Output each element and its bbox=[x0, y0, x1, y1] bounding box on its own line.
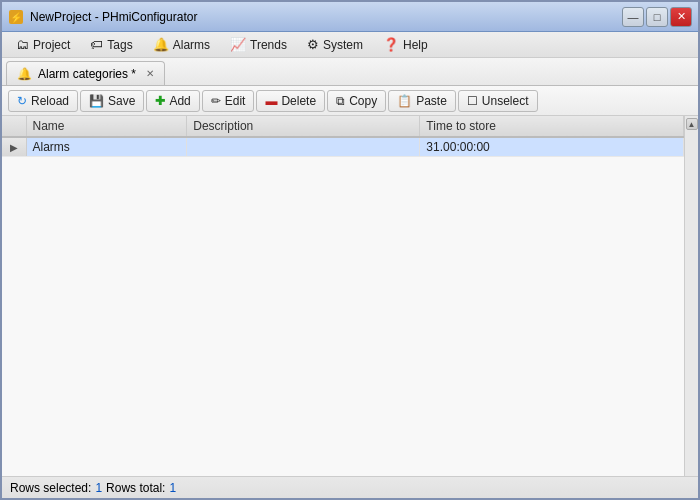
copy-icon: ⧉ bbox=[336, 94, 345, 108]
tab-bar: 🔔 Alarm categories * ✕ bbox=[2, 58, 698, 86]
minimize-button[interactable]: — bbox=[622, 7, 644, 27]
main-window: ⚡ NewProject - PHmiConfigurator — □ ✕ 🗂 … bbox=[0, 0, 700, 500]
tab-close-button[interactable]: ✕ bbox=[146, 68, 154, 79]
scrollbar[interactable]: ▲ bbox=[684, 116, 698, 476]
delete-label: Delete bbox=[281, 94, 316, 108]
menu-item-help[interactable]: ❓ Help bbox=[373, 34, 438, 55]
title-bar-left: ⚡ NewProject - PHmiConfigurator bbox=[8, 9, 197, 25]
menu-item-trends[interactable]: 📈 Trends bbox=[220, 34, 297, 55]
menu-alarms-label: Alarms bbox=[173, 38, 210, 52]
edit-label: Edit bbox=[225, 94, 246, 108]
rows-total-value: 1 bbox=[169, 481, 176, 495]
alarm-categories-table: Name Description Time to store ▶ Alarms … bbox=[2, 116, 684, 157]
add-label: Add bbox=[169, 94, 190, 108]
maximize-button[interactable]: □ bbox=[646, 7, 668, 27]
edit-button[interactable]: ✏ Edit bbox=[202, 90, 255, 112]
unselect-icon: ☐ bbox=[467, 94, 478, 108]
status-bar: Rows selected: 1 Rows total: 1 bbox=[2, 476, 698, 498]
project-icon: 🗂 bbox=[16, 37, 29, 52]
delete-icon: ▬ bbox=[265, 94, 277, 108]
paste-label: Paste bbox=[416, 94, 447, 108]
close-button[interactable]: ✕ bbox=[670, 7, 692, 27]
rows-selected-label: Rows selected: bbox=[10, 481, 91, 495]
menu-item-system[interactable]: ⚙ System bbox=[297, 34, 373, 55]
menu-trends-label: Trends bbox=[250, 38, 287, 52]
unselect-button[interactable]: ☐ Unselect bbox=[458, 90, 538, 112]
tab-alarm-icon: 🔔 bbox=[17, 67, 32, 81]
edit-icon: ✏ bbox=[211, 94, 221, 108]
title-controls: — □ ✕ bbox=[622, 7, 692, 27]
menu-item-project[interactable]: 🗂 Project bbox=[6, 34, 80, 55]
svg-text:⚡: ⚡ bbox=[10, 11, 23, 24]
row-indicator: ▶ bbox=[2, 137, 26, 157]
menu-bar: 🗂 Project 🏷 Tags 🔔 Alarms 📈 Trends ⚙ Sys… bbox=[2, 32, 698, 58]
tab-alarm-categories[interactable]: 🔔 Alarm categories * ✕ bbox=[6, 61, 165, 85]
app-icon: ⚡ bbox=[8, 9, 24, 25]
menu-system-label: System bbox=[323, 38, 363, 52]
delete-button[interactable]: ▬ Delete bbox=[256, 90, 325, 112]
col-name: Name bbox=[26, 116, 187, 137]
menu-help-label: Help bbox=[403, 38, 428, 52]
reload-icon: ↻ bbox=[17, 94, 27, 108]
add-button[interactable]: ✚ Add bbox=[146, 90, 199, 112]
cell-name: Alarms bbox=[26, 137, 187, 157]
unselect-label: Unselect bbox=[482, 94, 529, 108]
col-indicator bbox=[2, 116, 26, 137]
tab-alarm-label: Alarm categories * bbox=[38, 67, 136, 81]
scroll-up-button[interactable]: ▲ bbox=[686, 118, 698, 130]
menu-item-tags[interactable]: 🏷 Tags bbox=[80, 34, 142, 55]
title-bar: ⚡ NewProject - PHmiConfigurator — □ ✕ bbox=[2, 2, 698, 32]
reload-button[interactable]: ↻ Reload bbox=[8, 90, 78, 112]
system-icon: ⚙ bbox=[307, 37, 319, 52]
paste-icon: 📋 bbox=[397, 94, 412, 108]
save-icon: 💾 bbox=[89, 94, 104, 108]
col-time-to-store: Time to store bbox=[420, 116, 684, 137]
cell-description bbox=[187, 137, 420, 157]
rows-total-label: Rows total: bbox=[106, 481, 165, 495]
table-row[interactable]: ▶ Alarms 31.00:00:00 bbox=[2, 137, 684, 157]
save-button[interactable]: 💾 Save bbox=[80, 90, 144, 112]
help-icon: ❓ bbox=[383, 37, 399, 52]
table-container[interactable]: Name Description Time to store ▶ Alarms … bbox=[2, 116, 684, 476]
copy-label: Copy bbox=[349, 94, 377, 108]
menu-item-alarms[interactable]: 🔔 Alarms bbox=[143, 34, 220, 55]
add-icon: ✚ bbox=[155, 94, 165, 108]
reload-label: Reload bbox=[31, 94, 69, 108]
tags-icon: 🏷 bbox=[90, 37, 103, 52]
window-title: NewProject - PHmiConfigurator bbox=[30, 10, 197, 24]
main-content: Name Description Time to store ▶ Alarms … bbox=[2, 116, 698, 476]
trends-icon: 📈 bbox=[230, 37, 246, 52]
rows-selected-value: 1 bbox=[95, 481, 102, 495]
col-description: Description bbox=[187, 116, 420, 137]
paste-button[interactable]: 📋 Paste bbox=[388, 90, 456, 112]
menu-tags-label: Tags bbox=[107, 38, 132, 52]
copy-button[interactable]: ⧉ Copy bbox=[327, 90, 386, 112]
alarms-icon: 🔔 bbox=[153, 37, 169, 52]
toolbar: ↻ Reload 💾 Save ✚ Add ✏ Edit ▬ Delete ⧉ … bbox=[2, 86, 698, 116]
cell-time-to-store: 31.00:00:00 bbox=[420, 137, 684, 157]
menu-project-label: Project bbox=[33, 38, 70, 52]
save-label: Save bbox=[108, 94, 135, 108]
